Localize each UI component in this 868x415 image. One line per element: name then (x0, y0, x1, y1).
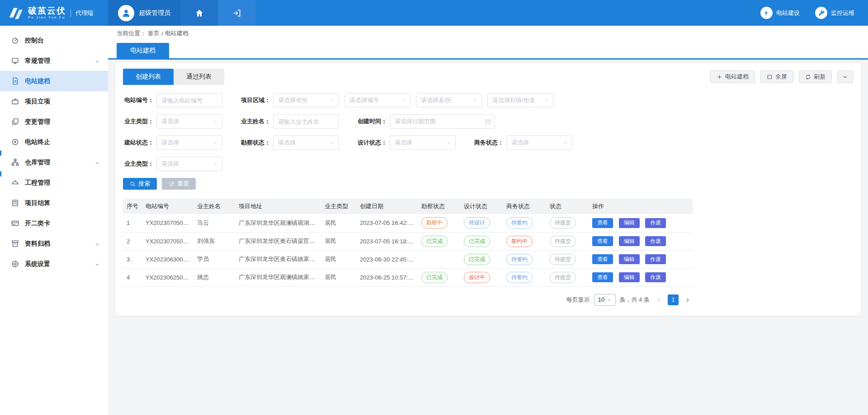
header-right-nav: 电站建设 监控运维 (760, 0, 868, 26)
sidebar-item-console[interactable]: 控制台 (0, 30, 108, 51)
sidebar-item-station-termination[interactable]: 电站终止 (0, 132, 108, 152)
page-tab-station-filing[interactable]: 电站建档 (117, 43, 169, 58)
sidebar-item-project-settlement[interactable]: 项目结算 (0, 193, 108, 213)
nav-station-build[interactable]: 电站建设 (760, 7, 800, 19)
city-select[interactable]: 请选择城市 (344, 93, 410, 107)
chevron-down-icon (213, 119, 218, 124)
content: 创建列表 通过列表 电站建档 全屏 (108, 60, 868, 316)
main-area: 当前位置： 首页 / 电站建档 电站建档 创建列表 通过列表 电站建档 (108, 26, 868, 415)
business-status-select[interactable]: 请选择 (506, 135, 572, 150)
edit-button[interactable]: 编辑 (619, 218, 640, 228)
per-page-select[interactable]: 10 (594, 294, 616, 306)
table-row: 2 YX2023070500010 刘强东 广东深圳龙华区黄石镇皇官大... 居… (123, 232, 693, 250)
collapse-filters-button[interactable] (837, 70, 853, 83)
sidebar: 控制台 常规管理 电站建档 项目立项 变更管理 电站终止 仓库管理 (0, 26, 108, 415)
sidebar-item-general-mgmt[interactable]: 常规管理 (0, 51, 108, 71)
sidebar-item-project-initiation[interactable]: 项目立项 (0, 91, 108, 112)
card-icon (11, 219, 19, 227)
filter-created-time: 创建时间： 请选择日期范围 (356, 114, 495, 129)
home-button[interactable] (180, 0, 218, 26)
station-no-input[interactable] (156, 93, 222, 107)
chevron-down-icon (563, 140, 568, 145)
filter-design-status: 设计状态： 请选择 (356, 135, 456, 150)
panel-card: 创建列表 通过列表 电站建档 全屏 (115, 63, 861, 316)
province-select[interactable]: 请选择省份 (273, 93, 339, 107)
search-button[interactable]: 搜索 (123, 178, 157, 190)
filter-label: 设计状态： (356, 139, 387, 147)
filter-label: 项目区域： (240, 96, 270, 104)
fullscreen-button[interactable]: 全屏 (760, 70, 793, 83)
void-button[interactable]: 作废 (645, 272, 666, 282)
business-status-badge: 待签约 (506, 254, 533, 265)
sidebar-item-type2-card[interactable]: 开二类卡 (0, 213, 108, 233)
page-tab-row: 电站建档 (108, 41, 868, 60)
page-number-button[interactable]: 1 (668, 294, 679, 305)
col-header: 状态 (546, 199, 589, 214)
next-page-button[interactable]: › (683, 294, 693, 305)
prev-page-button[interactable]: ‹ (654, 294, 664, 305)
chevron-down-icon (330, 140, 335, 145)
home-icon (195, 9, 204, 18)
design-status-badge: 已完成 (464, 254, 490, 265)
sidebar-item-station-filing[interactable]: 电站建档 (0, 71, 108, 91)
sidebar-item-data-archive[interactable]: 资料归档 (0, 233, 108, 254)
void-button[interactable]: 作废 (645, 236, 666, 246)
sidebar-item-change-mgmt[interactable]: 变更管理 (0, 112, 108, 132)
table-header-row: 序号 电站编号 业主姓名 项目地址 业主类型 创建日期 勘察状态 设计状态 商务… (123, 199, 693, 214)
filter-label: 建站状态： (123, 139, 154, 147)
top-header: 破茧云伏 Po Jian Yun Fu 代理端 超级管理员 (0, 0, 868, 26)
sidebar-item-system-settings[interactable]: 系统设置 (0, 254, 108, 274)
sidebar-item-label: 工程管理 (25, 179, 50, 187)
refresh-button[interactable]: 刷新 (799, 70, 832, 83)
stop-circle-icon (11, 138, 19, 146)
logo-text: 破茧云伏 Po Jian Yun Fu (28, 6, 66, 19)
col-header: 勘察状态 (418, 199, 460, 214)
view-button[interactable]: 查看 (592, 236, 613, 246)
sitemap-icon (11, 159, 19, 166)
sidebar-item-label: 开二类卡 (25, 219, 50, 228)
app-title: 破茧云伏 (28, 6, 66, 15)
county-select[interactable]: 请选择县/区 (416, 93, 482, 107)
col-header: 电站编号 (142, 199, 193, 214)
build-status-select[interactable]: 请选择 (156, 135, 222, 150)
date-range-input[interactable]: 请选择日期范围 (390, 114, 495, 129)
survey-status-badge: 勘察中 (421, 217, 448, 228)
edit-button[interactable]: 编辑 (619, 236, 640, 246)
design-status-select[interactable]: 请选择 (390, 135, 456, 150)
copy-icon (11, 118, 19, 126)
sidebar-item-warehouse-mgmt[interactable]: 仓库管理 (0, 152, 108, 173)
logout-button[interactable] (218, 0, 255, 26)
search-icon (130, 181, 136, 187)
filter-label: 电站编号： (123, 96, 154, 104)
village-select[interactable]: 请选择村镇/街道 (487, 93, 553, 107)
edit-button[interactable]: 编辑 (619, 272, 640, 282)
owner-type-2-select[interactable]: 请选择 (156, 157, 222, 171)
reset-button[interactable]: 重置 (162, 178, 196, 190)
void-button[interactable]: 作废 (645, 254, 666, 264)
view-button[interactable]: 查看 (592, 218, 613, 228)
new-station-button[interactable]: 电站建档 (710, 70, 755, 83)
view-button[interactable]: 查看 (592, 272, 613, 282)
chevron-down-icon (94, 241, 100, 247)
survey-status-select[interactable]: 请选择 (273, 135, 339, 150)
user-menu[interactable]: 超级管理员 (108, 0, 180, 26)
breadcrumb-home-link[interactable]: 首页 (148, 29, 160, 37)
filter-owner-name: 业主姓名： (240, 114, 339, 129)
chevron-down-icon (842, 74, 848, 80)
col-header: 业主类型 (321, 199, 356, 214)
logout-icon (232, 9, 241, 18)
chevron-down-icon (213, 140, 218, 145)
edit-button[interactable]: 编辑 (619, 254, 640, 264)
sidebar-item-engineering-mgmt[interactable]: 工程管理 (0, 173, 108, 193)
col-header: 序号 (123, 199, 142, 214)
filter-region: 项目区域： 请选择省份 请选择城市 请选择县/区 (240, 93, 553, 107)
owner-name-input[interactable] (273, 114, 339, 129)
tab-passed-list[interactable]: 通过列表 (174, 69, 224, 85)
owner-type-select[interactable]: 请选择 (156, 114, 222, 129)
void-button[interactable]: 作废 (645, 218, 666, 228)
view-button[interactable]: 查看 (592, 254, 613, 264)
sidebar-item-label: 项目结算 (25, 199, 50, 207)
tab-create-list[interactable]: 创建列表 (123, 69, 174, 85)
nav-monitor-ops[interactable]: 监控运维 (815, 7, 854, 19)
filter-owner-type: 业主类型： 请选择 (123, 114, 222, 129)
